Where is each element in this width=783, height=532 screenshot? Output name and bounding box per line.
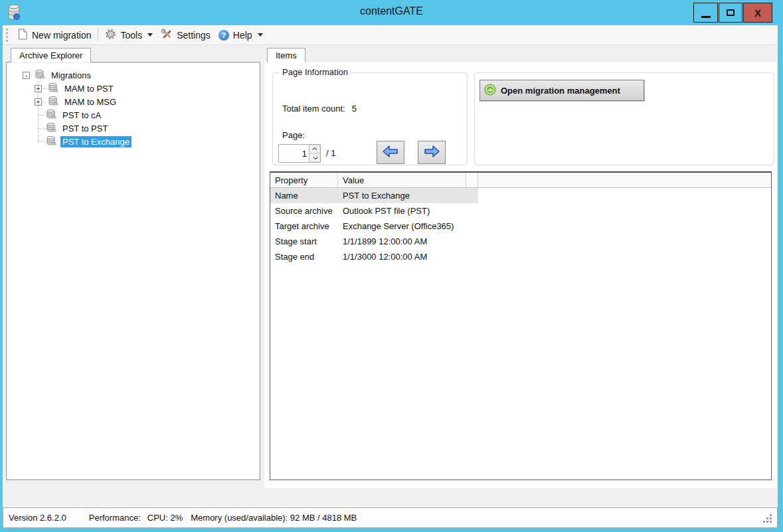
- property-cell: Name: [270, 191, 338, 201]
- open-migration-management-label: Open migration management: [501, 86, 620, 96]
- tree-item-label[interactable]: PST to PST: [60, 123, 110, 134]
- table-row[interactable]: Stage end 1/1/3000 12:00:00 AM: [270, 249, 478, 264]
- database-icon: [46, 109, 56, 122]
- window-border-bottom: [0, 528, 783, 532]
- collapse-icon[interactable]: -: [23, 72, 30, 79]
- window-border-right: [778, 25, 783, 528]
- tree-item-pst-to-ca[interactable]: PST to cA: [7, 108, 260, 122]
- new-document-icon: [17, 29, 28, 42]
- toolbar: New migration Tools Settin: [3, 25, 778, 45]
- database-icon: [46, 122, 56, 135]
- expand-icon[interactable]: +: [35, 85, 42, 92]
- database-icon: [46, 135, 56, 148]
- gear-icon: [105, 29, 116, 42]
- chevron-down-icon: [313, 155, 317, 159]
- tree-item-pst-to-exchange[interactable]: PST to Exchange: [7, 135, 260, 148]
- property-cell: Stage start: [270, 236, 338, 246]
- tab-archive-explorer[interactable]: Archive Explorer: [11, 48, 91, 62]
- table-row[interactable]: Source archive Outlook PST file (PST): [270, 203, 478, 219]
- tree-item-mam-to-pst[interactable]: + MAM to PST: [7, 82, 260, 95]
- help-button[interactable]: ? Help: [215, 29, 267, 42]
- database-icon: [35, 69, 45, 82]
- help-icon: ?: [218, 30, 229, 41]
- minimize-icon: [701, 16, 711, 18]
- titlebar: contentGATE X: [0, 0, 783, 25]
- settings-button[interactable]: Settings: [157, 27, 215, 43]
- arrow-left-icon: [382, 144, 399, 161]
- property-cell: Stage end: [270, 252, 338, 262]
- memory-usage-label: Memory (used/available): 92 MB / 4818 MB: [191, 513, 357, 523]
- page-number-input[interactable]: [279, 145, 309, 162]
- value-cell: 1/1/3000 12:00:00 AM: [338, 252, 466, 262]
- toolbar-separator: [98, 29, 98, 41]
- new-migration-button[interactable]: New migration: [13, 27, 95, 43]
- column-header-value[interactable]: Value: [338, 173, 466, 187]
- tree-item-migrations[interactable]: - Migrations: [7, 68, 260, 82]
- items-tab-panel: Page Information Total item count: 5 Pag…: [264, 62, 777, 488]
- property-cell: Source archive: [270, 206, 338, 216]
- cpu-usage-label: CPU: 2%: [147, 513, 183, 523]
- value-cell: Exchange Server (Office365): [338, 221, 466, 231]
- maximize-button[interactable]: [719, 3, 742, 23]
- page-total-label: / 1: [326, 148, 335, 158]
- tree-item-label[interactable]: Migrations: [49, 70, 93, 81]
- tree-item-label-selected[interactable]: PST to Exchange: [60, 136, 131, 147]
- minimize-button[interactable]: [693, 3, 718, 23]
- column-header-property[interactable]: Property: [270, 173, 338, 187]
- previous-page-button[interactable]: [377, 141, 404, 164]
- resize-grip[interactable]: [770, 521, 772, 523]
- next-page-button[interactable]: [418, 141, 446, 164]
- page-label: Page:: [282, 130, 305, 140]
- value-cell: PST to Exchange: [338, 191, 466, 201]
- window-title: contentGATE: [0, 5, 783, 17]
- value-cell: Outlook PST file (PST): [338, 206, 466, 216]
- migrations-tree: - Migrations +: [7, 62, 260, 148]
- table-row[interactable]: Target archive Exchange Server (Office36…: [270, 219, 478, 234]
- table-row[interactable]: Name PST to Exchange: [270, 188, 478, 203]
- tree-item-label[interactable]: PST to cA: [60, 110, 103, 121]
- page-information-title: Page Information: [280, 67, 351, 77]
- database-icon: [48, 82, 58, 95]
- close-icon: X: [754, 7, 761, 19]
- toolbar-grip[interactable]: [6, 29, 8, 42]
- expand-icon[interactable]: +: [35, 98, 42, 106]
- tools-dropdown-icon: [147, 33, 153, 37]
- close-button[interactable]: X: [743, 3, 772, 23]
- database-icon: [48, 96, 58, 108]
- property-cell: Target archive: [270, 221, 338, 231]
- performance-label: Performance:: [89, 513, 141, 523]
- tree-item-label[interactable]: MAM to PST: [62, 83, 116, 94]
- crossed-tools-icon: [161, 29, 173, 42]
- total-item-count-value: 5: [352, 104, 357, 114]
- value-cell: 1/1/1899 12:00:00 AM: [338, 236, 466, 246]
- maximize-icon: [727, 9, 735, 16]
- archive-explorer-panel: - Migrations +: [6, 62, 260, 480]
- column-header-stub[interactable]: [466, 173, 478, 187]
- spin-down-button[interactable]: [309, 153, 320, 162]
- spin-up-button[interactable]: [309, 145, 320, 153]
- page-information-groupbox: Page Information Total item count: 5 Pag…: [272, 72, 468, 165]
- tree-item-pst-to-pst[interactable]: PST to PST: [7, 122, 260, 135]
- tree-item-label[interactable]: MAM to MSG: [62, 96, 118, 108]
- property-grid-header: Property Value: [270, 173, 771, 188]
- tab-items[interactable]: Items: [267, 48, 305, 62]
- chevron-up-icon: [312, 147, 317, 152]
- green-arrow-icon: [484, 84, 496, 98]
- property-grid: Property Value Name PST to Exchange Sour…: [270, 171, 772, 480]
- status-bar: Version 2.6.2.0 Performance: CPU: 2% Mem…: [3, 507, 778, 528]
- help-dropdown-icon: [258, 33, 263, 37]
- open-migration-management-button[interactable]: Open migration management: [479, 80, 644, 101]
- actions-groupbox: Open migration management: [474, 72, 774, 165]
- version-label: Version 2.6.2.0: [9, 513, 66, 523]
- total-item-count-label: Total item count:: [282, 104, 345, 114]
- page-number-spinner: [278, 144, 321, 163]
- arrow-right-icon: [423, 144, 440, 161]
- tools-button[interactable]: Tools: [101, 27, 157, 43]
- tree-item-mam-to-msg[interactable]: + MAM to MSG: [7, 95, 260, 108]
- table-row[interactable]: Stage start 1/1/1899 12:00:00 AM: [270, 234, 478, 249]
- app-window: contentGATE X New migration: [0, 0, 783, 532]
- window-border-left: [0, 25, 3, 528]
